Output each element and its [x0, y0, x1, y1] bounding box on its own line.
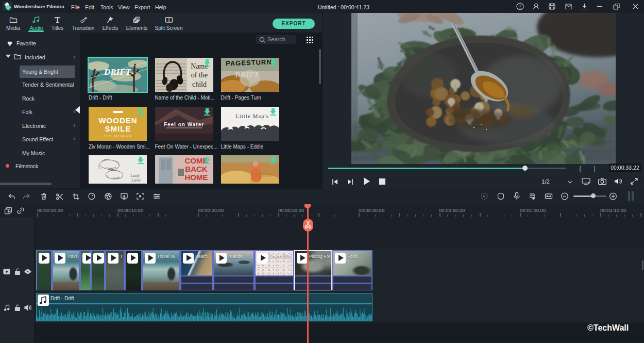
svg-text:of the: of the	[191, 71, 207, 79]
svg-text:DRIFT: DRIFT	[104, 67, 131, 77]
svg-text:child: child	[192, 80, 207, 88]
svg-text:Little Map's: Little Map's	[235, 113, 269, 119]
svg-text:BACK: BACK	[185, 165, 207, 173]
svg-text:ZIV MORAN: ZIV MORAN	[103, 134, 132, 138]
svg-text:PAGESTURN: PAGESTURN	[225, 58, 272, 67]
svg-text:SMILE: SMILE	[105, 124, 131, 133]
svg-text:Feel on Water: Feel on Water	[163, 122, 204, 127]
svg-text:Region: Region	[250, 171, 272, 178]
svg-text:HOME: HOME	[184, 173, 208, 182]
svg-text:Lane: Lane	[131, 177, 141, 183]
svg-text:WOODEN: WOODEN	[98, 116, 137, 125]
svg-text:DRIFT: DRIFT	[234, 71, 259, 79]
